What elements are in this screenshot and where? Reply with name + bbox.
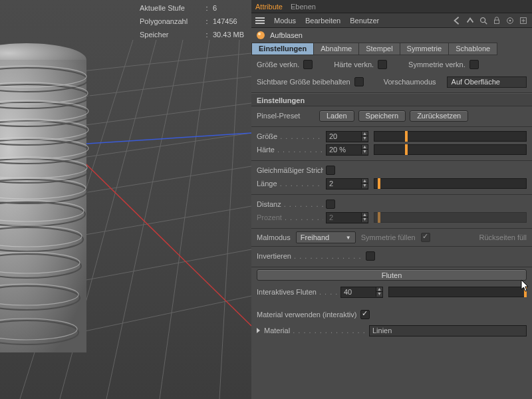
label-interaktives-fluten: Interaktives Fluten: [257, 288, 338, 296]
invert-section: Invertieren: [251, 247, 532, 267]
field-material[interactable]: Linien: [369, 325, 527, 336]
subtab-schablone[interactable]: Schablone: [448, 43, 497, 55]
material-section: Material verwenden (interaktiv) Material…: [251, 303, 532, 341]
label-symmetrie-fuellen: Symmetrie füllen: [361, 233, 416, 241]
btn-fluten[interactable]: Fluten: [257, 269, 527, 281]
label-groesse-verkn: Größe verkn.: [257, 61, 299, 68]
spinner-down-icon[interactable]: ▼: [361, 150, 368, 154]
checkbox-material-verwenden[interactable]: [360, 310, 370, 319]
subtab-symmetrie[interactable]: Symmetrie: [400, 43, 449, 55]
inflate-brush-icon: [255, 30, 266, 41]
input-groesse[interactable]: 20▲▼: [326, 131, 368, 142]
label-distanz: Distanz: [257, 200, 323, 208]
checkbox-symmetrie-fuellen: [421, 233, 430, 242]
viewport-canvas[interactable]: [0, 0, 251, 399]
svg-line-10: [106, 40, 183, 399]
svg-line-42: [485, 21, 487, 24]
svg-point-45: [509, 19, 511, 21]
panel-menubar: Modus Bearbeiten Benutzer: [251, 13, 532, 28]
menu-bearbeiten[interactable]: Bearbeiten: [305, 17, 340, 25]
link-options: Größe verkn. Härte verkn. Symmetrie verk…: [251, 55, 532, 93]
distance-section: Distanz Prozent 2▲▼: [251, 195, 532, 229]
settings-header: Einstellungen: [251, 93, 532, 106]
attribute-panel: Attribute Ebenen Modus Bearbeiten Benutz…: [251, 0, 532, 399]
slider-groesse[interactable]: [374, 131, 527, 142]
new-window-icon[interactable]: [519, 16, 528, 25]
label-haerte: Härte: [257, 146, 323, 154]
fluten-row: Fluten: [251, 267, 532, 283]
label-laenge: Länge: [257, 180, 323, 188]
label-malmodus: Malmodus: [257, 233, 291, 241]
label-sichtbare-groesse: Sichtbare Größe beibehalten: [257, 78, 350, 86]
viewport[interactable]: Aktuelle Stufe:6 Polygonanzahl:147456 Sp…: [0, 0, 251, 399]
label-symmetrie-verkn: Symmetrie verkn.: [408, 61, 466, 68]
label-prozent: Prozent: [257, 213, 323, 221]
input-laenge[interactable]: 2▲▼: [326, 178, 368, 190]
nav-back-icon[interactable]: [452, 16, 462, 25]
input-interaktives-fluten[interactable]: 40▲▼: [340, 287, 383, 298]
subtab-abnahme[interactable]: Abnahme: [313, 43, 358, 55]
subtab-stempel[interactable]: Stempel: [358, 43, 399, 55]
expand-material-icon[interactable]: [257, 328, 260, 333]
subtab-einstellungen[interactable]: Einstellungen: [251, 43, 313, 55]
slider-haerte[interactable]: [374, 144, 527, 155]
menu-icon[interactable]: [255, 16, 265, 25]
svg-point-41: [481, 17, 485, 22]
interactive-flood: Interaktives Fluten 40▲▼: [251, 283, 532, 303]
checkbox-distanz[interactable]: [326, 200, 335, 209]
label-vorschaumodus: Vorschaumodus: [384, 78, 436, 86]
input-haerte[interactable]: 20 %▲▼: [326, 144, 368, 156]
label-invertieren: Invertieren: [257, 252, 363, 260]
checkbox-invertieren[interactable]: [366, 251, 375, 261]
spinner-down-icon: ▼: [361, 217, 368, 222]
svg-point-49: [257, 31, 265, 39]
object-title: Aufblasen: [270, 31, 303, 39]
input-prozent: 2▲▼: [326, 212, 368, 223]
slider-prozent: [374, 212, 527, 223]
panel-tabs: Attribute Ebenen: [251, 0, 532, 13]
dropdown-malmodus[interactable]: Freihand▼: [296, 231, 356, 243]
dropdown-vorschaumodus[interactable]: Auf Oberfläche: [447, 76, 527, 88]
svg-rect-43: [495, 20, 499, 23]
tab-ebenen[interactable]: Ebenen: [291, 3, 316, 11]
pinsel-preset-row: Pinsel-Preset Laden Speichern Zurücksetz…: [251, 106, 532, 127]
nav-up-icon[interactable]: [466, 16, 475, 25]
viewport-stats: Aktuelle Stufe:6 Polygonanzahl:147456 Sp…: [140, 1, 244, 41]
menu-benutzer[interactable]: Benutzer: [350, 17, 379, 25]
label-material: Material: [264, 327, 366, 334]
spinner-down-icon[interactable]: ▼: [376, 292, 382, 297]
slider-interaktives-fluten[interactable]: [388, 287, 527, 297]
size-hardness: Größe 20▲▼ Härte 20 %▲▼: [251, 127, 532, 161]
tab-attribute[interactable]: Attribute: [255, 3, 283, 11]
malmodus-row: Malmodus Freihand▼ Symmetrie füllen Rück…: [251, 229, 532, 247]
stroke-section: Gleichmäßiger Strich Länge 2▲▼: [251, 161, 532, 195]
svg-line-14: [66, 145, 251, 326]
label-strich: Gleichmäßiger Strich: [257, 166, 323, 174]
svg-line-13: [66, 133, 251, 145]
label-pinsel-preset: Pinsel-Preset: [257, 112, 315, 120]
label-haerte-verkn: Härte verkn.: [334, 61, 374, 68]
spinner-down-icon[interactable]: ▼: [361, 184, 368, 188]
menu-modus[interactable]: Modus: [274, 17, 296, 25]
checkbox-sichtbare-groesse[interactable]: [354, 77, 364, 86]
label-material-verwenden: Material verwenden (interaktiv): [257, 311, 356, 319]
checkbox-groesse-verkn[interactable]: [303, 60, 313, 69]
btn-laden[interactable]: Laden: [319, 110, 354, 122]
subtabs: Einstellungen Abnahme Stempel Symmetrie …: [251, 43, 532, 55]
svg-point-50: [258, 33, 261, 35]
svg-line-12: [219, 40, 239, 399]
target-icon[interactable]: [505, 16, 515, 25]
search-icon[interactable]: [479, 16, 488, 25]
checkbox-symmetrie-verkn[interactable]: [469, 60, 479, 69]
label-rueckseiten: Rückseiten füll: [479, 233, 527, 241]
btn-speichern[interactable]: Speichern: [358, 110, 406, 122]
lock-icon[interactable]: [492, 16, 501, 25]
btn-zuruecksetzen[interactable]: Zurücksetzen: [410, 110, 468, 122]
label-groesse: Größe: [257, 132, 323, 140]
spinner-down-icon[interactable]: ▼: [361, 136, 368, 141]
svg-line-11: [160, 40, 209, 399]
checkbox-strich[interactable]: [326, 166, 335, 175]
checkbox-haerte-verkn[interactable]: [378, 60, 387, 69]
slider-laenge[interactable]: [374, 178, 527, 189]
object-title-bar: Aufblasen: [251, 28, 532, 43]
